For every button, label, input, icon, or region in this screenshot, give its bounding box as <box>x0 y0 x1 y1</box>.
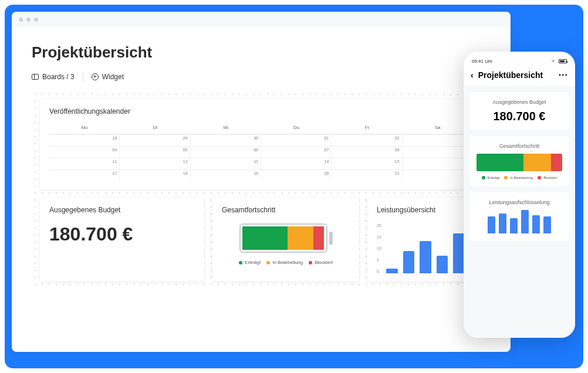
boards-icon <box>32 74 39 80</box>
bar <box>543 216 551 233</box>
cal-cell[interactable]: 03 <box>403 134 473 146</box>
mobile-preview: 09:41 Uhr ᯤ ‹ Projektübersicht ··· Ausge… <box>464 52 575 338</box>
segment-blocked <box>313 226 324 250</box>
cal-cell[interactable]: 17 <box>49 169 120 181</box>
divider <box>83 72 83 82</box>
bar <box>488 216 495 233</box>
cal-day-header: Mo <box>49 121 120 134</box>
budget-card: Ausgegebenes Budget 180.700 € <box>40 198 204 282</box>
mobile-barchart <box>477 210 562 233</box>
cal-cell[interactable]: 13 <box>191 158 261 169</box>
cal-cell[interactable]: 15 <box>332 158 402 169</box>
window-dot-icon <box>26 18 31 22</box>
cal-day-header: Do <box>261 121 332 134</box>
bar <box>420 241 431 273</box>
add-widget-button[interactable]: + Widget <box>92 73 124 81</box>
mobile-statusbar: 09:41 Uhr ᯤ <box>464 59 575 64</box>
cal-cell[interactable]: 29 <box>120 134 190 146</box>
cal-cell[interactable]: 04 <box>49 146 120 158</box>
cal-cell[interactable]: 12 <box>120 158 190 169</box>
cal-cell[interactable]: 02 <box>332 134 402 146</box>
cal-cell[interactable]: 20 <box>261 169 332 181</box>
legend-dot-icon <box>482 176 485 179</box>
cal-cell[interactable]: 30 <box>191 134 261 146</box>
ytick: 10 <box>377 246 381 250</box>
widget-label: Widget <box>102 73 124 81</box>
cal-day-header: Sa <box>403 121 473 134</box>
window-dot-icon <box>34 18 38 22</box>
legend-dot-icon <box>538 176 541 179</box>
cal-day-header: Mi <box>191 121 261 134</box>
page-title: Projektübersicht <box>32 43 491 62</box>
boards-button[interactable]: Boards / 3 <box>32 73 75 81</box>
legend-blocked: Blockiert <box>543 176 557 179</box>
mobile-header: ‹ Projektübersicht ··· <box>464 64 575 86</box>
legend-done: Erledigt <box>245 260 261 265</box>
y-axis: 20 15 10 5 0 <box>377 223 381 273</box>
legend-dot-icon <box>239 261 242 265</box>
bar <box>521 210 529 233</box>
segment-done <box>477 154 523 171</box>
cal-cell[interactable]: 16 <box>403 158 473 169</box>
mobile-battery-chart <box>477 154 562 171</box>
mobile-progress-title: Gesamtfortschritt <box>477 143 562 149</box>
bar <box>403 251 415 273</box>
legend-inprogress: In Bearbeitung <box>272 260 303 265</box>
cal-cell[interactable]: 14 <box>261 158 332 169</box>
mobile-breakdown-title: Leistungsaufschlüsselung <box>477 199 562 205</box>
wifi-icon: ᯤ <box>552 59 556 64</box>
cal-cell[interactable]: 19 <box>191 169 261 181</box>
mobile-breakdown-card: Leistungsaufschlüsselung <box>469 192 569 240</box>
progress-legend: Erledigt In Bearbeitung Blockiert <box>222 260 350 265</box>
progress-title: Gesamtfortschritt <box>222 206 350 214</box>
more-icon[interactable]: ··· <box>559 70 568 80</box>
bar <box>532 215 540 233</box>
cal-cell[interactable]: 22 <box>403 169 473 181</box>
bar <box>437 256 448 273</box>
budget-title: Ausgegebenes Budget <box>49 206 195 214</box>
cal-cell[interactable]: 21 <box>332 169 402 181</box>
legend-dot-icon <box>309 261 312 265</box>
cal-cell[interactable]: 01 <box>261 134 332 146</box>
plus-icon: + <box>92 73 99 80</box>
cal-cell[interactable]: 18 <box>120 169 190 181</box>
segment-done <box>242 226 288 250</box>
cal-cell[interactable]: 05 <box>120 146 190 158</box>
mobile-progress-card: Gesamtfortschritt Erledigt In Bearbeitun… <box>469 136 569 186</box>
bar <box>386 269 398 274</box>
segment-inprogress <box>523 154 551 171</box>
cal-cell[interactable]: 09 <box>403 146 473 158</box>
legend-dot-icon <box>266 261 270 265</box>
window-dot-icon <box>19 18 23 22</box>
mobile-budget-title: Ausgegebenes Budget <box>477 99 562 105</box>
calendar-card: Veröffentlichungskalender Mo Di Mi Do Fr… <box>40 99 482 189</box>
legend-blocked: Blockiert <box>315 260 333 265</box>
mobile-time: 09:41 Uhr <box>472 59 492 64</box>
ytick: 5 <box>377 258 381 262</box>
cal-cell[interactable]: 06 <box>191 146 261 158</box>
cal-cell[interactable]: 08 <box>332 146 402 158</box>
cal-day-header: Di <box>120 121 190 134</box>
ytick: 20 <box>377 223 381 228</box>
cal-cell[interactable]: 11 <box>49 158 120 169</box>
legend-inprogress: In Bearbeitung <box>510 176 533 179</box>
legend-dot-icon <box>504 176 508 179</box>
back-icon[interactable]: ‹ <box>471 70 474 80</box>
mobile-title: Projektübersicht <box>478 70 554 80</box>
cal-cell[interactable]: 07 <box>261 146 332 158</box>
ytick: 15 <box>377 235 381 239</box>
budget-value: 180.700 € <box>49 223 195 245</box>
bar <box>499 213 506 233</box>
legend-done: Erledigt <box>488 176 499 179</box>
segment-inprogress <box>288 226 314 250</box>
cal-day-header: Fr <box>332 121 402 134</box>
cal-cell[interactable]: 28 <box>49 134 120 146</box>
bar <box>453 233 465 273</box>
battery-icon <box>559 59 567 63</box>
window-titlebar <box>12 12 511 27</box>
boards-label: Boards / 3 <box>42 73 75 81</box>
progress-card: Gesamtfortschritt Erledigt In Bearbei <box>212 198 359 282</box>
calendar-title: Veröffentlichungskalender <box>49 107 473 116</box>
bar <box>510 218 518 233</box>
mobile-legend: Erledigt In Bearbeitung Blockiert <box>477 176 562 179</box>
